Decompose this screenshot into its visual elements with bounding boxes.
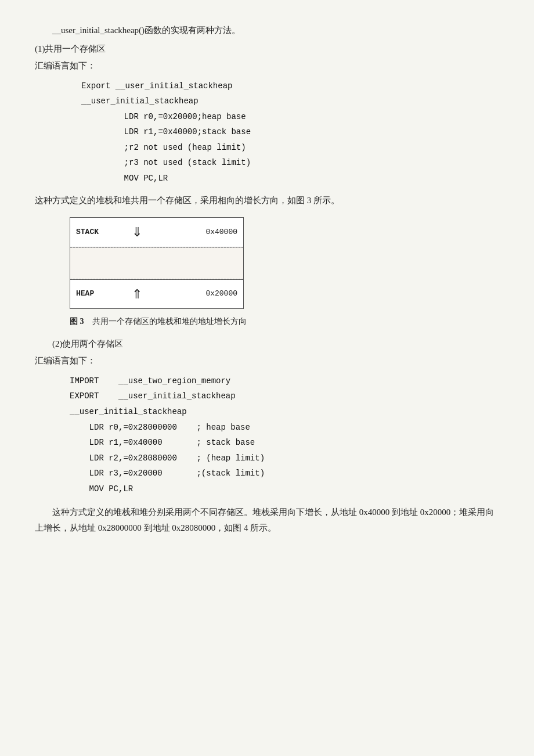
code-line-1-3: LDR r0,=0x20000;heap base <box>104 109 499 125</box>
code-line-1-2: __user_initial_stackheap <box>81 93 499 109</box>
final-description: 这种方式定义的堆栈和堆分别采用两个不同存储区。堆栈采用向下增长，从地址 0x40… <box>35 505 499 536</box>
section1-label: (1)共用一个存储区 <box>35 42 499 57</box>
code-line-2-2: EXPORT __user_initial_stackheap <box>70 388 499 404</box>
code-line-2-6: LDR r2,=0x28080000 ; (heap limit) <box>70 451 499 466</box>
figure-caption-text-1: 共用一个存储区的堆栈和堆的地址增长方向 <box>92 317 247 326</box>
intro-line: __user_initial_stackheap()函数的实现有两种方法。 <box>35 23 499 38</box>
code-line-2-7: LDR r3,=0x20000 ;(stack limit) <box>70 466 499 481</box>
stack-label: STACK <box>76 226 117 239</box>
asm-label-2: 汇编语言如下： <box>35 354 499 369</box>
code-line-2-5: LDR r1,=0x40000 ; stack base <box>70 435 499 451</box>
code-line-2-4: LDR r0,=0x28000000 ; heap base <box>70 420 499 435</box>
diagram-heap-row: HEAP ⇑ 0x20000 <box>70 279 243 308</box>
description-1: 这种方式定义的堆栈和堆共用一个存储区，采用相向的增长方向，如图 3 所示。 <box>35 193 499 208</box>
diagram-stack-row: STACK ⇓ 0x40000 <box>70 218 243 247</box>
code-line-1-4: LDR r1,=0x40000;stack base <box>104 124 499 140</box>
diagram-box-1: STACK ⇓ 0x40000 HEAP ⇑ 0x20000 <box>70 217 244 309</box>
code-line-1-7: MOV PC,LR <box>104 171 499 186</box>
figure-1: STACK ⇓ 0x40000 HEAP ⇑ 0x20000 图 3 共用一个存… <box>70 217 499 329</box>
code-line-1-5: ;r2 not used (heap limit) <box>104 140 499 156</box>
code-line-1-6: ;r3 not used (stack limit) <box>104 155 499 171</box>
heap-label: HEAP <box>76 287 117 300</box>
stack-addr: 0x40000 <box>157 226 237 239</box>
code-line-2-1: IMPORT __use_two_region_memory <box>70 373 499 389</box>
figure-number-1: 图 3 <box>70 317 84 326</box>
asm-label-1: 汇编语言如下： <box>35 59 499 74</box>
code-line-2-3: __user_initial_stackheap <box>70 404 499 420</box>
code-line-1-1: Export __user_initial_stackheap <box>81 78 499 94</box>
section2-label: (2)使用两个存储区 <box>35 337 499 352</box>
stack-arrow-down-icon: ⇓ <box>117 221 157 243</box>
heap-addr: 0x20000 <box>157 287 237 300</box>
code-block-1: Export __user_initial_stackheap __user_i… <box>81 78 499 186</box>
figure-caption-1: 图 3 共用一个存储区的堆栈和堆的地址增长方向 <box>70 315 247 329</box>
heap-arrow-up-icon: ⇑ <box>117 283 157 305</box>
diagram-middle-area <box>70 247 243 279</box>
code-block-2: IMPORT __use_two_region_memory EXPORT __… <box>70 373 499 497</box>
code-line-2-8: MOV PC,LR <box>70 481 499 497</box>
